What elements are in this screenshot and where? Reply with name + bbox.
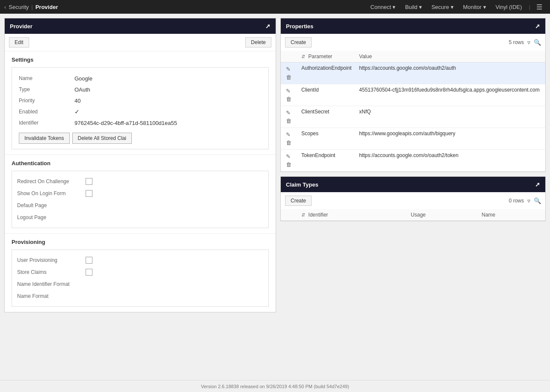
identifier-sort-icon[interactable]: ⇵ (301, 212, 305, 217)
table-row[interactable]: ✎ 🗑 ClientSecret xNfQ (281, 106, 545, 128)
claim-types-toolbar: Create 0 rows ▿ 🔍 (281, 192, 545, 209)
properties-search-icon[interactable]: 🔍 (534, 39, 541, 46)
provider-panel-header: Provider ➚ (5, 18, 276, 34)
claim-types-search-icon[interactable]: 🔍 (534, 197, 541, 204)
user-provisioning-checkbox[interactable] (86, 257, 92, 264)
auth-title: Authentication (12, 160, 269, 166)
invalidate-tokens-button[interactable]: Invalidate Tokens (19, 133, 70, 144)
edit-row-icon[interactable]: ✎ (284, 109, 292, 117)
breadcrumb-separator: | (31, 4, 33, 10)
parameter-cell: ClientId (298, 84, 356, 106)
provisioning-section: Provisioning User Provisioning Store Cla… (5, 233, 276, 312)
enabled-label: Enabled (19, 109, 74, 115)
nav-vinyl[interactable]: Vinyl (IDE) (491, 1, 526, 13)
priority-label: Priority (19, 98, 74, 104)
edit-row-icon[interactable]: ✎ (284, 152, 292, 160)
table-row[interactable]: ✎ 🗑 ClientId 45513760504-cfjj13m916fuedu… (281, 84, 545, 106)
value-cell: xNfQ (356, 106, 545, 128)
claim-types-create-button[interactable]: Create (285, 196, 312, 206)
store-claims-checkbox[interactable] (86, 269, 92, 276)
show-on-login-row: Show On Login Form (17, 187, 263, 199)
nav-secure[interactable]: Secure ▾ (427, 1, 458, 13)
claim-types-filter-icon[interactable]: ▿ (527, 197, 530, 204)
properties-value-col: Value (356, 51, 545, 62)
value-cell: https://accounts.google.com/o/oauth2/tok… (356, 150, 545, 172)
properties-parameter-col: ⇵ Parameter (298, 51, 356, 62)
delete-row-icon[interactable]: 🗑 (284, 117, 293, 125)
nav-monitor[interactable]: Monitor ▾ (459, 1, 491, 13)
redirect-on-challenge-checkbox[interactable] (86, 178, 92, 185)
main-layout: Provider ➚ Edit Delete Settings Name Goo… (0, 14, 550, 380)
top-navigation: ‹ Security | Provider Connect ▾ Build ▾ … (0, 0, 550, 14)
properties-expand-icon[interactable]: ➚ (535, 23, 540, 30)
name-identifier-format-label: Name Identifier Format (17, 281, 70, 287)
name-label: Name (19, 75, 74, 81)
claim-types-expand-icon[interactable]: ➚ (535, 181, 540, 188)
name-format-row: Name Format (17, 290, 263, 302)
name-value: Google (74, 75, 92, 82)
edit-row-icon[interactable]: ✎ (284, 87, 292, 95)
parameter-cell: Scopes (298, 128, 356, 150)
claim-types-actions-col (281, 209, 298, 221)
table-row[interactable]: ✎ 🗑 Scopes https://www.googleapis.com/au… (281, 128, 545, 150)
properties-panel-header: Properties ➚ (281, 18, 545, 34)
settings-title: Settings (12, 56, 269, 63)
properties-panel-title: Properties (286, 23, 313, 30)
provider-panel: Provider ➚ Edit Delete Settings Name Goo… (4, 18, 276, 312)
authentication-section: Authentication Redirect On Challenge Sho… (5, 154, 276, 233)
edit-row-icon[interactable]: ✎ (284, 65, 292, 73)
identifier-label: Identifier (19, 120, 74, 126)
properties-filter-icon[interactable]: ▿ (527, 39, 530, 46)
nav-connect[interactable]: Connect ▾ (366, 1, 400, 13)
left-panel: Provider ➚ Edit Delete Settings Name Goo… (4, 18, 276, 376)
properties-create-button[interactable]: Create (285, 37, 312, 48)
table-row[interactable]: ✎ 🗑 AuthorizationEndpoint https://accoun… (281, 62, 545, 84)
value-cell: 45513760504-cfjj13m916fuedu9s8nr8rh4dufs… (356, 84, 545, 106)
value-cell: https://www.googleapis.com/auth/bigquery (356, 128, 545, 150)
priority-value: 40 (74, 98, 80, 104)
hamburger-icon[interactable]: ☰ (533, 3, 546, 11)
delete-row-icon[interactable]: 🗑 (284, 139, 293, 147)
delete-row-icon[interactable]: 🗑 (284, 160, 293, 169)
nav-menu: Connect ▾ Build ▾ Secure ▾ Monitor ▾ Vin… (366, 1, 546, 13)
logout-page-label: Logout Page (17, 214, 46, 220)
claim-types-rows-count: 0 rows (509, 198, 524, 204)
claim-types-table: ⇵ Identifier Usage Name (281, 209, 545, 221)
breadcrumb-security[interactable]: Security (9, 4, 29, 10)
provider-expand-icon[interactable]: ➚ (265, 23, 271, 30)
show-on-login-checkbox[interactable] (86, 190, 92, 197)
store-claims-row: Store Claims (17, 266, 263, 278)
parameter-cell: TokenEndpoint (298, 150, 356, 172)
back-arrow-icon[interactable]: ‹ (4, 4, 6, 10)
nav-build[interactable]: Build ▾ (401, 1, 426, 13)
delete-row-icon[interactable]: 🗑 (284, 73, 293, 81)
row-actions: ✎ 🗑 (281, 128, 298, 150)
redirect-on-challenge-label: Redirect On Challenge (17, 178, 86, 184)
default-page-row: Default Page (17, 199, 263, 211)
identifier-field-row: Identifier 9762454c-d29c-4bff-a71d-58110… (19, 117, 262, 128)
user-provisioning-label: User Provisioning (17, 257, 86, 263)
properties-actions-col (281, 51, 298, 62)
type-value: OAuth (74, 86, 90, 93)
table-row[interactable]: ✎ 🗑 TokenEndpoint https://accounts.googl… (281, 150, 545, 172)
nav-divider: | (527, 4, 532, 10)
claim-types-name-col: Name (478, 209, 545, 221)
row-actions: ✎ 🗑 (281, 150, 298, 172)
claim-types-identifier-col: ⇵ Identifier (298, 209, 407, 221)
edit-button[interactable]: Edit (9, 37, 29, 48)
delete-row-icon[interactable]: 🗑 (284, 95, 293, 103)
parameter-cell: ClientSecret (298, 106, 356, 128)
default-page-label: Default Page (17, 202, 47, 208)
claim-types-toolbar-right: 0 rows ▿ 🔍 (509, 197, 541, 204)
action-buttons: Invalidate Tokens Delete All Stored Clai (19, 133, 262, 144)
row-actions: ✎ 🗑 (281, 106, 298, 128)
footer-text: Version 2.6.18838 released on 9/26/2019 … (201, 384, 349, 389)
delete-claims-button[interactable]: Delete All Stored Clai (72, 133, 132, 144)
delete-button[interactable]: Delete (245, 37, 271, 48)
value-cell: https://accounts.google.com/o/oauth2/aut… (356, 62, 545, 84)
footer: Version 2.6.18838 released on 9/26/2019 … (0, 380, 550, 392)
enabled-field-row: Enabled ✓ (19, 106, 262, 117)
enabled-check-icon: ✓ (74, 108, 80, 115)
parameter-sort-icon[interactable]: ⇵ (301, 54, 305, 59)
edit-row-icon[interactable]: ✎ (284, 131, 292, 139)
